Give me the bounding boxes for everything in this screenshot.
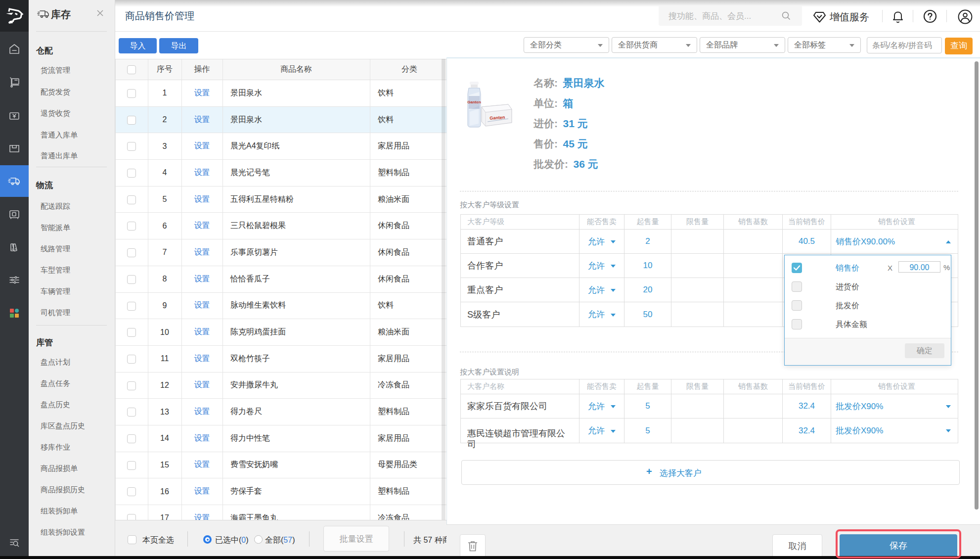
svg-text:Ganten: Ganten: [467, 100, 481, 104]
